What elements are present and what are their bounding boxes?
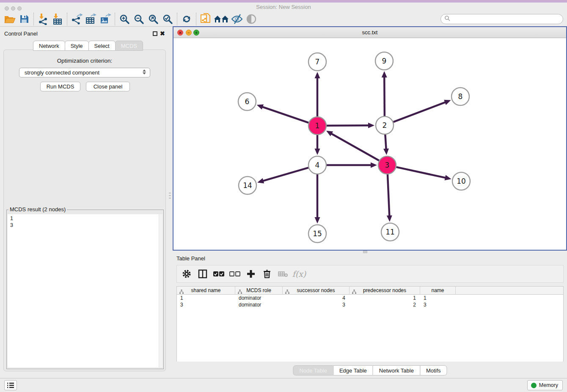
split-panel-icon[interactable] [195, 269, 211, 279]
graph-edge[interactable] [394, 102, 446, 122]
function-builder-icon: f(x) [291, 269, 307, 279]
column-header-successor-nodes[interactable]: successor nodes [283, 287, 350, 294]
graph-edge[interactable] [385, 135, 386, 149]
cell-shared-name[interactable]: 1 [177, 295, 235, 301]
column-header-name[interactable]: name [420, 287, 456, 294]
graph-edge-arrowhead [315, 149, 320, 155]
cell-name[interactable]: 1 [420, 295, 456, 301]
vertical-splitter-grip[interactable] [169, 193, 171, 200]
app-titlebar: Session: New Session [0, 3, 567, 12]
criterion-value: strongly connected component [25, 69, 99, 76]
apply-layout-icon[interactable] [179, 13, 194, 25]
task-history-button[interactable] [4, 380, 17, 390]
graph-node-label: 10 [457, 177, 466, 185]
mcds-result-title: MCDS result (2 nodes) [8, 206, 67, 213]
cell-mcds-role[interactable]: dominator [235, 295, 283, 301]
column-header-shared-name[interactable]: shared name [177, 287, 235, 294]
horizontal-splitter-grip[interactable] [363, 251, 367, 253]
open-file-icon[interactable] [3, 13, 17, 25]
network-window-title: scc.txt [173, 29, 566, 36]
run-mcds-button[interactable]: Run MCDS [40, 82, 80, 91]
graph-edge[interactable] [396, 167, 446, 178]
graph-edge[interactable] [331, 133, 379, 160]
window-title: Session: New Session [0, 4, 567, 10]
main-toolbar [0, 12, 567, 27]
memory-label: Memory [539, 382, 558, 388]
import-table-icon[interactable] [50, 13, 65, 25]
hide-selected-icon[interactable] [230, 13, 244, 25]
select-all-icon[interactable] [211, 271, 227, 277]
tab-motifs[interactable]: Motifs [420, 365, 447, 375]
graph-node-label: 14 [243, 181, 252, 190]
close-panel-icon[interactable]: ✖ [160, 31, 165, 36]
graph-edge[interactable] [263, 168, 308, 181]
zoom-out-icon[interactable] [132, 13, 146, 25]
optimization-criterion-label: Optimization criterion: [4, 58, 165, 64]
graph-node-label: 3 [385, 161, 390, 169]
graph-edge[interactable] [262, 107, 308, 123]
graph-edge-arrowhead [371, 163, 377, 168]
deselect-all-icon[interactable] [227, 271, 243, 277]
import-network-icon[interactable] [36, 13, 50, 25]
search-icon [444, 15, 450, 23]
tab-style[interactable]: Style [65, 41, 89, 51]
clone-network-icon[interactable] [198, 13, 213, 25]
tab-network[interactable]: Network [33, 41, 65, 51]
delete-icon[interactable] [259, 269, 275, 279]
cell-successor-nodes[interactable]: 3 [283, 301, 350, 308]
network-view-window: ✕ − + scc.txt 1234678910111415 [173, 26, 567, 251]
gear-icon[interactable] [179, 269, 195, 279]
delete-table-icon [275, 271, 291, 277]
control-panel-tabs: Network Style Select MCDS [33, 41, 143, 51]
column-header-mcds-role[interactable]: MCDS role [235, 287, 283, 294]
search-input[interactable] [452, 16, 558, 22]
tab-network-table[interactable]: Network Table [373, 365, 420, 375]
search-field[interactable] [440, 14, 563, 24]
close-panel-button[interactable]: Close panel [86, 82, 130, 91]
cell-predecessor-nodes[interactable]: 2 [350, 301, 420, 308]
graph-node-label: 15 [313, 229, 322, 238]
table-row[interactable]: 1 dominator 4 1 1 [177, 295, 563, 301]
cell-successor-nodes[interactable]: 4 [283, 295, 350, 301]
add-column-icon[interactable] [243, 269, 259, 279]
zoom-selected-icon[interactable] [160, 13, 175, 25]
mcds-panel: Optimization criterion: strongly connect… [3, 50, 166, 371]
float-panel-icon[interactable] [153, 31, 157, 36]
export-network-icon[interactable] [69, 13, 84, 25]
cell-mcds-role[interactable]: dominator [235, 301, 283, 308]
cell-shared-name[interactable]: 3 [177, 301, 235, 308]
table-tabs: Node Table Edge Table Network Table Moti… [293, 365, 446, 375]
result-scrollbar[interactable] [159, 214, 162, 367]
node-table[interactable]: shared name MCDS role successor nodes pr… [176, 286, 564, 362]
graph-edge[interactable] [384, 77, 385, 116]
cell-name[interactable]: 3 [420, 301, 456, 308]
control-panel: Control Panel ✖ Network Style Select MCD… [0, 27, 169, 377]
criterion-select[interactable]: strongly connected component [19, 68, 150, 77]
graph-edge-arrowhead [445, 175, 451, 180]
graph-edge[interactable] [388, 174, 389, 216]
tab-edge-table[interactable]: Edge Table [333, 365, 373, 375]
tab-node-table[interactable]: Node Table [293, 365, 333, 375]
table-row[interactable]: 3 dominator 3 2 3 [177, 301, 563, 308]
table-toolbar: f(x) [176, 265, 564, 283]
zoom-fit-icon[interactable] [146, 13, 160, 25]
graph-edge[interactable] [327, 125, 369, 126]
graph-edge-arrowhead [368, 123, 374, 128]
zoom-in-icon[interactable] [117, 13, 132, 25]
save-session-icon[interactable] [17, 13, 31, 25]
first-neighbors-icon[interactable] [213, 13, 230, 25]
tab-select[interactable]: Select [88, 41, 116, 51]
graph-node-label: 11 [385, 228, 395, 236]
mcds-result-area[interactable]: 1 3 [8, 214, 162, 367]
export-image-icon[interactable] [98, 13, 113, 25]
column-header-predecessor-nodes[interactable]: predecessor nodes [350, 287, 420, 294]
memory-button[interactable]: Memory [527, 380, 563, 390]
network-canvas[interactable]: 1234678910111415 [173, 38, 566, 250]
network-window-titlebar[interactable]: ✕ − + scc.txt [173, 27, 566, 38]
table-panel: Table Panel ✖ f(x) shared n [173, 254, 567, 378]
tab-mcds[interactable]: MCDS [115, 41, 143, 51]
export-table-icon[interactable] [84, 13, 98, 25]
cell-predecessor-nodes[interactable]: 1 [350, 295, 420, 301]
control-panel-title: Control Panel [4, 30, 38, 37]
memory-status-icon [531, 383, 537, 388]
